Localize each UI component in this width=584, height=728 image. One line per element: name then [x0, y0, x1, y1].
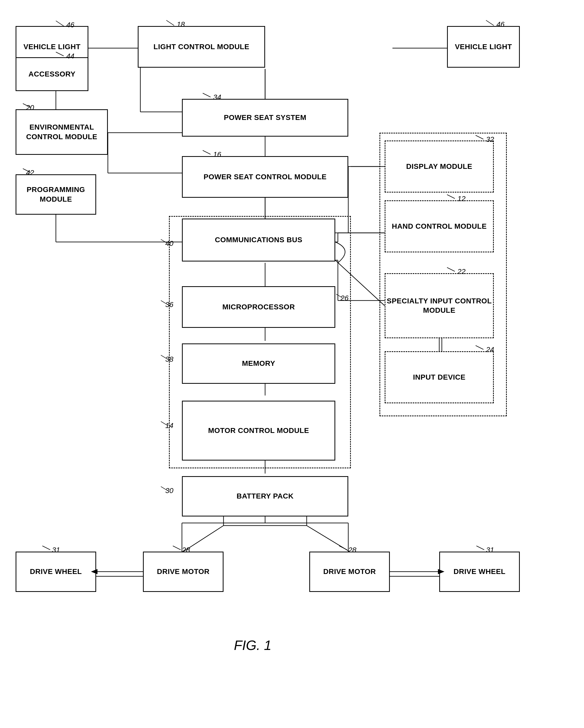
svg-line-42 [23, 104, 31, 107]
svg-line-53 [161, 487, 167, 490]
microprocessor: MICROPROCESSOR [182, 286, 335, 328]
drive-wheel-left: DRIVE WHEEL [16, 552, 96, 592]
svg-line-43 [203, 150, 211, 154]
drive-motor-right: DRIVE MOTOR [309, 552, 390, 592]
light-control-module: LIGHT CONTROL MODULE [138, 26, 265, 68]
hand-control-module: HAND CONTROL MODULE [385, 200, 494, 252]
specialty-input-control-module: SPECIALTY INPUT CONTROL MODULE [385, 273, 494, 338]
drive-wheel-right: DRIVE WHEEL [439, 552, 520, 592]
programming-module: PROGRAMMING MODULE [16, 174, 96, 215]
motor-control-module: MOTOR CONTROL MODULE [182, 401, 335, 461]
display-module: DISPLAY MODULE [385, 140, 494, 192]
svg-line-46 [161, 239, 167, 243]
svg-line-37 [166, 20, 174, 26]
communications-bus: COMMUNICATIONS BUS [182, 218, 335, 261]
vehicle-light-right: VEHICLE LIGHT [447, 26, 520, 68]
svg-line-56 [43, 546, 50, 550]
environmental-control-module: ENVIRONMENTAL CONTROL MODULE [16, 109, 108, 155]
svg-line-47 [447, 267, 455, 271]
svg-line-36 [56, 21, 64, 26]
svg-line-57 [476, 546, 484, 550]
svg-line-50 [161, 355, 167, 359]
fig-caption: FIG. 1 [234, 638, 271, 653]
svg-line-45 [23, 168, 31, 173]
svg-line-48 [336, 294, 342, 298]
svg-line-51 [476, 345, 483, 349]
svg-line-44 [447, 194, 455, 199]
svg-line-40 [203, 93, 211, 97]
svg-line-55 [339, 546, 347, 550]
drive-motor-left: DRIVE MOTOR [143, 552, 224, 592]
svg-line-39 [56, 52, 64, 56]
input-device: INPUT DEVICE [385, 351, 494, 403]
svg-line-41 [476, 135, 483, 139]
svg-line-38 [486, 20, 494, 26]
svg-line-52 [161, 421, 167, 425]
accessory: ACCESSORY [16, 57, 88, 91]
svg-line-54 [173, 546, 180, 550]
battery-pack: BATTERY PACK [182, 476, 348, 517]
power-seat-control-module: POWER SEAT CONTROL MODULE [182, 156, 348, 198]
memory: MEMORY [182, 343, 335, 384]
diagram: 10 VEHICLE LIGHT 46 LIGHT CONTROL MODULE… [0, 0, 584, 728]
svg-line-49 [161, 301, 167, 305]
power-seat-system: POWER SEAT SYSTEM [182, 99, 348, 137]
